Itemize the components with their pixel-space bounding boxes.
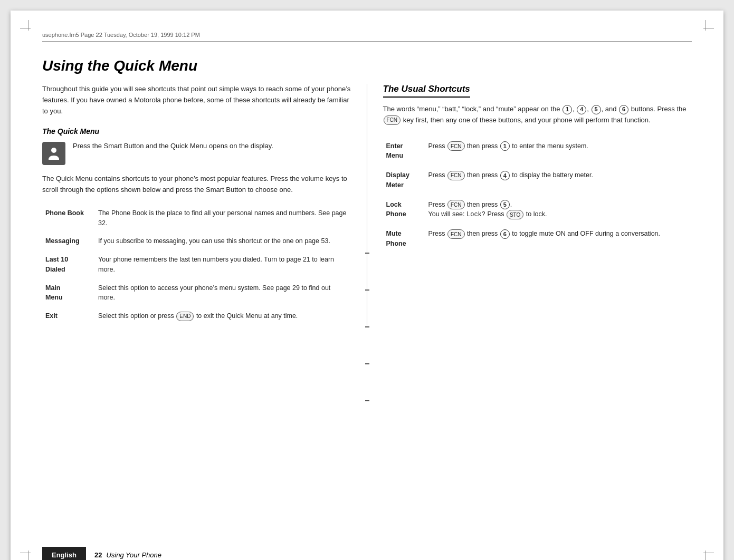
intro-text: Throughout this guide you will see short…	[42, 84, 351, 117]
page-title: Using the Quick Menu	[42, 57, 692, 74]
menu-item-desc: Select this option or press END to exit …	[95, 307, 351, 325]
button-6: 6	[619, 105, 628, 114]
shortcuts-table-body: EnterMenu Press FCN then press 1 to ente…	[383, 137, 692, 254]
menu-item-messaging: Messaging If you subscribe to messaging,…	[42, 232, 351, 250]
menu-item-desc: Select this option to access your phone’…	[95, 279, 351, 307]
language-badge: English	[42, 547, 86, 561]
num-1-btn: 1	[500, 141, 510, 151]
shortcut-display-meter: DisplayMeter Press FCN then press 4 to d…	[383, 166, 692, 195]
shortcuts-table: EnterMenu Press FCN then press 1 to ente…	[383, 137, 692, 254]
svg-point-0	[51, 148, 56, 153]
corner-mark-tr	[698, 20, 714, 36]
fcn-btn-mute: FCN	[447, 229, 465, 239]
menu-item-phonebook: Phone Book The Phone Book is the place t…	[42, 204, 351, 233]
page: usephone.fm5 Page 22 Tuesday, October 19…	[11, 11, 723, 560]
shortcut-desc: Press FCN then press 5. You will see: Lo…	[425, 195, 692, 225]
tick-mark-1	[365, 253, 369, 254]
shortcut-desc: Press FCN then press 4 to display the ba…	[425, 166, 692, 195]
usual-shortcuts-intro: The words “menu,” “batt,” “lock,” and “m…	[383, 104, 692, 126]
shortcut-label: DisplayMeter	[383, 166, 425, 195]
shortcut-label: LockPhone	[383, 195, 425, 225]
shortcut-desc: Press FCN then press 6 to toggle mute ON…	[425, 224, 692, 254]
fcn-btn-lock: FCN	[447, 200, 465, 209]
usual-shortcuts-section: The Usual Shortcuts The words “menu,” “b…	[383, 84, 692, 254]
shortcut-label: EnterMenu	[383, 137, 425, 166]
usual-shortcuts-heading: The Usual Shortcuts	[383, 84, 470, 98]
button-1: 1	[563, 105, 572, 114]
lock-display-text: Lock?	[466, 211, 485, 218]
smart-button-section: Press the Smart Button and the Quick Men…	[42, 141, 351, 165]
shortcut-mute-phone: MutePhone Press FCN then press 6 to togg…	[383, 224, 692, 254]
fcn-btn-display: FCN	[447, 171, 465, 180]
quick-menu-section: The Quick Menu Press the Smart Button an…	[42, 127, 351, 325]
menu-item-mainmenu: MainMenu Select this option to access yo…	[42, 279, 351, 307]
smart-button-text: Press the Smart Button and the Quick Men…	[73, 141, 273, 152]
shortcut-desc: Press FCN then press 1 to enter the menu…	[425, 137, 692, 166]
menu-item-label: Exit	[42, 307, 95, 325]
fcn-button: FCN	[384, 115, 401, 125]
num-4-btn: 4	[500, 171, 510, 180]
menu-item-label: Last 10Dialed	[42, 250, 95, 279]
content-area: Throughout this guide you will see short…	[42, 84, 692, 325]
shortcut-label: MutePhone	[383, 224, 425, 254]
smart-button-icon	[42, 142, 65, 165]
shortcut-enter-menu: EnterMenu Press FCN then press 1 to ente…	[383, 137, 692, 166]
fcn-btn-enter: FCN	[447, 141, 465, 151]
person-icon	[46, 146, 61, 161]
menu-item-desc: Your phone remembers the last ten number…	[95, 250, 351, 279]
tick-mark-5	[365, 400, 369, 401]
menu-item-desc: The Phone Book is the place to find all …	[95, 204, 351, 233]
menu-item-label: MainMenu	[42, 279, 95, 307]
quick-menu-heading: The Quick Menu	[42, 127, 351, 136]
menu-item-desc: If you subscribe to messaging, you can u…	[95, 232, 351, 250]
sto-button: STO	[507, 210, 523, 219]
menu-table: Phone Book The Phone Book is the place t…	[42, 204, 351, 325]
menu-item-last10: Last 10Dialed Your phone remembers the l…	[42, 250, 351, 279]
quick-menu-description: The Quick Menu contains shortcuts to you…	[42, 173, 351, 196]
menu-item-exit: Exit Select this option or press END to …	[42, 307, 351, 325]
tick-mark-4	[365, 363, 369, 364]
button-4: 4	[577, 105, 586, 114]
tick-mark-3	[365, 326, 369, 327]
footer-page-number: 22	[94, 551, 102, 559]
end-button: END	[176, 312, 194, 321]
shortcut-lock-phone: LockPhone Press FCN then press 5. You wi…	[383, 195, 692, 225]
right-column: The Usual Shortcuts The words “menu,” “b…	[367, 84, 692, 325]
footer-page-title: Using Your Phone	[106, 551, 161, 559]
num-5-btn: 5	[500, 200, 510, 209]
corner-mark-tl	[20, 20, 36, 36]
menu-table-body: Phone Book The Phone Book is the place t…	[42, 204, 351, 325]
menu-item-label: Messaging	[42, 232, 95, 250]
num-6-btn: 6	[500, 229, 510, 239]
page-header: usephone.fm5 Page 22 Tuesday, October 19…	[42, 32, 692, 42]
tick-mark-2	[365, 289, 369, 291]
menu-item-label: Phone Book	[42, 204, 95, 233]
left-column: Throughout this guide you will see short…	[42, 84, 367, 325]
page-footer: English 22 Using Your Phone	[11, 539, 723, 560]
button-5: 5	[592, 105, 601, 114]
header-text: usephone.fm5 Page 22 Tuesday, October 19…	[42, 32, 200, 38]
